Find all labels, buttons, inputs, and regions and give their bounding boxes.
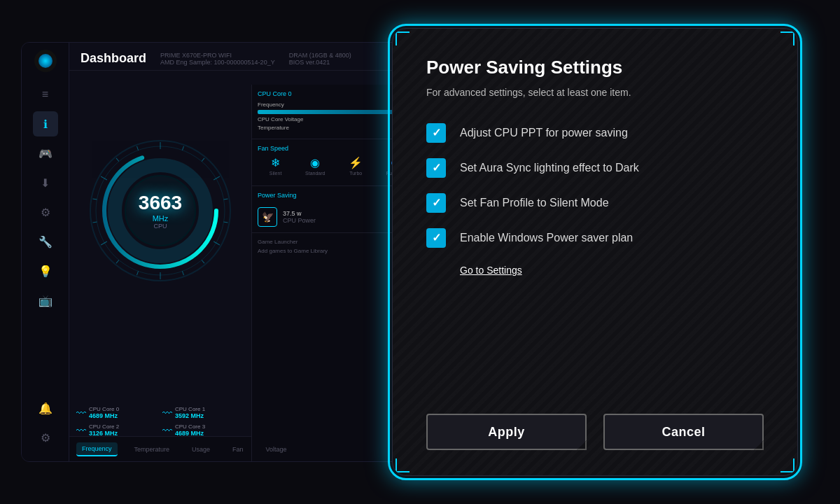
check-icon-4: ✓ [432, 232, 441, 244]
checkbox-3[interactable]: ✓ [426, 193, 446, 213]
svg-line-3 [182, 146, 183, 150]
svg-line-18 [116, 158, 119, 162]
fan-standard-icon: ◉ [310, 156, 320, 169]
system-meta2: DRAM (16GB & 4800) BIOS ver.0421 [289, 52, 351, 66]
tab-usage[interactable]: Usage [186, 443, 216, 456]
cpu-icon-0: 〰 [76, 407, 86, 419]
gauge-value: 3663 [139, 192, 182, 214]
tab-frequency[interactable]: Frequency [76, 442, 118, 456]
cpu-gauge-area: 3663 MHz CPU [69, 85, 251, 337]
svg-line-9 [202, 260, 204, 263]
cancel-button[interactable]: Cancel [603, 414, 764, 450]
ram-info: DRAM (16GB & 4800) [289, 52, 351, 59]
power-saving-dialog: Power Saving Settings For advanced setti… [392, 28, 798, 476]
bios-info: BIOS ver.0421 [289, 59, 351, 66]
apply-button[interactable]: Apply [426, 414, 587, 450]
svg-line-16 [92, 199, 97, 200]
svg-line-12 [136, 271, 138, 275]
dashboard-title: Dashboard [80, 51, 146, 66]
sidebar-bottom: 🔔 ⚙ [33, 396, 58, 461]
system-meta: PRIME X670E-PRO WIFI AMD Eng Sample: 100… [160, 52, 275, 66]
cpu-core-1: 〰 CPU Core 1 3592 MHz [162, 406, 244, 419]
cpu-core-2-name: CPU Core 2 [89, 424, 119, 430]
checkbox-4-label: Enable Windows Power saver plan [460, 232, 633, 244]
ps-device-info: 37.5 w CPU Power [283, 210, 316, 224]
svg-line-6 [224, 199, 228, 200]
fan-standard[interactable]: ◉ Standard [305, 156, 325, 176]
check-icon-2: ✓ [432, 162, 441, 174]
modal-subtitle: For advanced settings, select at least o… [426, 87, 764, 98]
goto-settings-link[interactable]: Go to Settings [460, 265, 764, 276]
checkbox-item-3: ✓ Set Fan Profile to Silent Mode [426, 193, 764, 213]
cpu-core-0-freq: 4689 MHz [89, 412, 119, 419]
ps-power-label: CPU Power [283, 217, 316, 224]
gauge-label: CPU [139, 223, 182, 230]
check-icon-1: ✓ [432, 127, 441, 139]
mb-info: PRIME X670E-PRO WIFI [160, 52, 275, 59]
app-logo [34, 50, 57, 72]
checkbox-item-1: ✓ Adjust CPU PPT for power saving [426, 123, 764, 143]
sidebar-item-display[interactable]: 📺 [33, 288, 58, 313]
sidebar: ≡ ℹ 🎮 ⬇ ⚙ 🔧 💡 📺 🔔 ⚙ [22, 43, 69, 461]
tab-temperature[interactable]: Temperature [129, 443, 176, 456]
svg-line-15 [92, 222, 97, 223]
sidebar-item-notifications[interactable]: 🔔 [33, 396, 58, 421]
sidebar-item-gamepad[interactable]: 🎮 [33, 141, 58, 166]
checkbox-item-2: ✓ Set Aura Sync lighting effect to Dark [426, 158, 764, 178]
power-saving-title: Power Saving [258, 192, 297, 199]
cpu-core-0: 〰 CPU Core 0 4689 MHz [76, 406, 158, 419]
checkbox-3-label: Set Fan Profile to Silent Mode [460, 197, 609, 209]
sidebar-item-info[interactable]: ℹ [33, 111, 58, 136]
checkbox-1[interactable]: ✓ [426, 123, 446, 143]
dashboard-tabs: Frequency Temperature Usage Fan Voltage [69, 436, 251, 461]
gauge-unit: MHz [139, 214, 182, 223]
cpu-icon-3: 〰 [162, 425, 172, 436]
checkbox-item-4: ✓ Enable Windows Power saver plan [426, 228, 764, 248]
modal-content: Power Saving Settings For advanced setti… [393, 29, 797, 475]
cpu-temp-label: Temperature [258, 125, 289, 131]
cpu-core-0-name: CPU Core 0 [89, 406, 119, 412]
gauge-center: 3663 MHz CPU [139, 192, 182, 230]
sidebar-item-lighting[interactable]: 💡 [33, 258, 58, 284]
check-icon-3: ✓ [432, 197, 441, 209]
cpu-freq-label: Frequency [258, 102, 284, 108]
sidebar-item-settings[interactable]: ⚙ [33, 425, 58, 450]
svg-line-4 [202, 158, 204, 162]
cpu-icon-1: 〰 [162, 407, 172, 419]
cpu-icon-2: 〰 [76, 425, 86, 436]
svg-line-7 [224, 222, 228, 223]
checkbox-2[interactable]: ✓ [426, 158, 446, 178]
sidebar-item-hardware[interactable]: ⚙ [33, 200, 58, 225]
svg-line-19 [136, 146, 138, 150]
checkbox-list: ✓ Adjust CPU PPT for power saving ✓ Set … [426, 123, 764, 248]
sidebar-item-tools[interactable]: 🔧 [33, 229, 58, 254]
checkbox-4[interactable]: ✓ [426, 228, 446, 248]
modal-backdrop: Power Saving Settings For advanced setti… [350, 0, 840, 504]
cpu-core-1-name: CPU Core 1 [175, 406, 205, 412]
cpu-core-2: 〰 CPU Core 2 3126 MHz [76, 424, 158, 437]
cpu-info: AMD Eng Sample: 100-000000514-20_Y [160, 59, 275, 66]
modal-outer: Power Saving Settings For advanced setti… [392, 28, 798, 476]
tab-voltage[interactable]: Voltage [260, 443, 293, 456]
checkbox-1-label: Adjust CPU PPT for power saving [460, 127, 628, 139]
cpu-volt-label: CPU Core Voltage [258, 116, 303, 122]
sidebar-item-menu[interactable]: ≡ [33, 82, 58, 107]
cpu-core-1-freq: 3592 MHz [175, 412, 205, 419]
tab-fan[interactable]: Fan [227, 443, 249, 456]
fan-silent[interactable]: ❄ Silent [270, 156, 282, 176]
svg-line-10 [182, 271, 183, 275]
cpu-core-3: 〰 CPU Core 3 4689 MHz [162, 424, 244, 437]
fan-silent-icon: ❄ [271, 156, 280, 169]
ps-power-value: 37.5 w [283, 210, 316, 217]
svg-line-13 [116, 260, 119, 263]
modal-title: Power Saving Settings [426, 57, 764, 78]
fan-standard-label: Standard [305, 171, 325, 176]
sidebar-item-download[interactable]: ⬇ [33, 170, 58, 195]
checkbox-2-label: Set Aura Sync lighting effect to Dark [460, 162, 639, 174]
asus-device-icon: 🦅 [258, 207, 277, 227]
fan-silent-label: Silent [270, 171, 282, 176]
modal-buttons: Apply Cancel [426, 402, 764, 450]
cpu-core-3-name: CPU Core 3 [175, 424, 205, 430]
